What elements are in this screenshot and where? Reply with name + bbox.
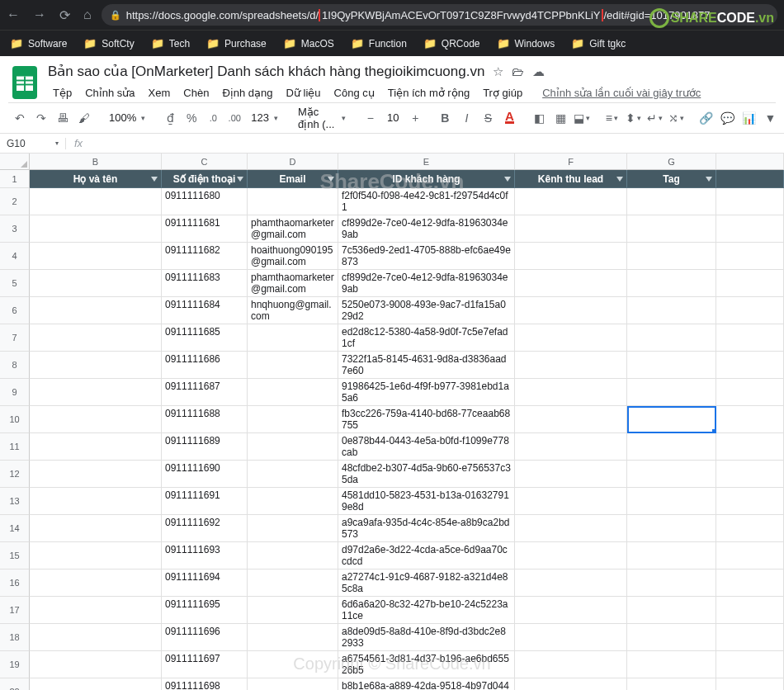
table-header-cell[interactable]	[716, 170, 784, 188]
cell-id[interactable]: 0e878b44-0443-4e5a-b0fd-f1099e778cab	[338, 433, 515, 461]
merge-button[interactable]: ⬓	[572, 107, 592, 129]
cell-tag[interactable]	[627, 678, 716, 690]
cell-channel[interactable]	[515, 188, 627, 215]
menu-item[interactable]: Dữ liệu	[281, 83, 326, 102]
cell-name[interactable]	[30, 569, 162, 597]
text-color-button[interactable]: A	[499, 107, 519, 129]
sheets-logo-icon[interactable]	[10, 63, 40, 102]
cell-phone[interactable]: 0911111681	[162, 215, 248, 243]
cell-tag[interactable]	[627, 270, 716, 297]
cell-channel[interactable]	[515, 624, 627, 651]
cell-name[interactable]	[30, 461, 162, 488]
currency-button[interactable]: ₫	[160, 107, 180, 129]
row-header[interactable]: 13	[0, 488, 30, 515]
column-header[interactable]: C	[162, 154, 248, 170]
cell-email[interactable]	[248, 379, 338, 406]
cell-name[interactable]	[30, 624, 162, 651]
row-header[interactable]: 6	[0, 297, 30, 324]
cell-id[interactable]: ed2d8c12-5380-4a58-9d0f-7c5e7efad1cf	[338, 324, 515, 352]
cell-name[interactable]	[30, 215, 162, 243]
menu-item[interactable]: Trợ giúp	[478, 83, 527, 102]
bookmark-item[interactable]: 📁Gift tgkc	[571, 37, 626, 50]
cell-id[interactable]: a6754561-3d81-4d37-b196-ae6bd65526b5	[338, 651, 515, 678]
percent-button[interactable]: %	[182, 107, 201, 129]
cell-channel[interactable]	[515, 243, 627, 270]
column-header[interactable]: D	[248, 154, 338, 170]
cell-extra[interactable]	[716, 461, 784, 488]
menu-item[interactable]: Công cụ	[329, 83, 380, 102]
row-header[interactable]: 7	[0, 324, 30, 352]
bookmark-item[interactable]: 📁MacOS	[283, 37, 334, 50]
cell-name[interactable]	[30, 243, 162, 270]
row-header[interactable]: 17	[0, 597, 30, 624]
cell-id[interactable]: a9ca9afa-935d-4c4c-854e-a8b9ca2bd573	[338, 515, 515, 542]
cell-tag[interactable]	[627, 542, 716, 569]
bold-button[interactable]: B	[435, 107, 455, 129]
row-header[interactable]: 16	[0, 569, 30, 597]
cell-name[interactable]	[30, 651, 162, 678]
doc-title[interactable]: Bản sao của [OnMarketer] Danh sách khách…	[48, 63, 484, 80]
borders-button[interactable]: ▦	[550, 107, 570, 129]
cell-email[interactable]: phamthaomarketer@gmail.com	[248, 215, 338, 243]
row-header[interactable]: 8	[0, 352, 30, 379]
cell-name[interactable]	[30, 542, 162, 569]
cell-email[interactable]: phamthaomarketer@gmail.com	[248, 270, 338, 297]
cell-email[interactable]	[248, 324, 338, 352]
row-header[interactable]: 2	[0, 188, 30, 215]
cell-tag[interactable]	[627, 324, 716, 352]
row-header[interactable]: 10	[0, 406, 30, 433]
cell-extra[interactable]	[716, 215, 784, 243]
fill-color-button[interactable]: ◧	[529, 107, 549, 129]
filter-icon[interactable]	[328, 177, 334, 182]
print-button[interactable]: 🖶	[53, 107, 73, 129]
cell-tag[interactable]	[627, 188, 716, 215]
font-size-input[interactable]: 10	[382, 111, 404, 124]
bookmark-item[interactable]: 📁Tech	[151, 37, 190, 50]
cell-tag[interactable]	[627, 597, 716, 624]
v-align-button[interactable]: ⬍	[623, 107, 643, 129]
cell-id[interactable]: 6d6a6a20-8c32-427b-be10-24c5223a11ce	[338, 597, 515, 624]
row-header[interactable]: 20	[0, 678, 30, 690]
menu-item[interactable]: Tệp	[48, 83, 77, 102]
move-icon[interactable]: 🗁	[512, 64, 524, 79]
row-header[interactable]: 15	[0, 542, 30, 569]
cell-phone[interactable]: 0911111686	[162, 352, 248, 379]
redo-button[interactable]: ↷	[31, 107, 51, 129]
undo-button[interactable]: ↶	[10, 107, 30, 129]
cell-extra[interactable]	[716, 569, 784, 597]
cell-extra[interactable]	[716, 270, 784, 297]
home-button[interactable]: ⌂	[83, 7, 92, 23]
cell-phone[interactable]: 0911111687	[162, 379, 248, 406]
back-button[interactable]: ←	[7, 7, 20, 23]
bookmark-item[interactable]: 📁Function	[351, 37, 407, 50]
cell-email[interactable]	[248, 188, 338, 215]
cell-extra[interactable]	[716, 297, 784, 324]
cell-phone[interactable]: 0911111691	[162, 488, 248, 515]
decrease-decimal-button[interactable]: .0	[203, 107, 223, 129]
reload-button[interactable]: ⟳	[59, 7, 70, 23]
row-header[interactable]: 18	[0, 624, 30, 651]
cell-id[interactable]: a27274c1-91c9-4687-9182-a321d4e85c8a	[338, 569, 515, 597]
cell-tag[interactable]	[627, 569, 716, 597]
cell-phone[interactable]: 0911111690	[162, 461, 248, 488]
cell-extra[interactable]	[716, 379, 784, 406]
cell-phone[interactable]: 0911111692	[162, 515, 248, 542]
cell-extra[interactable]	[716, 188, 784, 215]
column-header[interactable]: G	[627, 154, 716, 170]
cell-id[interactable]: 7322f1a5-8145-4631-9d8a-d3836aad7e60	[338, 352, 515, 379]
paint-format-button[interactable]: 🖌	[74, 107, 94, 129]
cell-email[interactable]: hoaithuong090195@gmail.com	[248, 243, 338, 270]
column-header[interactable]: E	[338, 154, 515, 170]
column-header[interactable]: B	[30, 154, 162, 170]
table-header-cell[interactable]: Họ và tên	[30, 170, 162, 188]
row-header[interactable]: 12	[0, 461, 30, 488]
cell-id[interactable]: a8de09d5-8a8d-410e-8f9d-d3bdc2e82933	[338, 624, 515, 651]
increase-decimal-button[interactable]: .00	[224, 107, 244, 129]
cell-name[interactable]	[30, 297, 162, 324]
rotate-button[interactable]: ⤭	[666, 107, 686, 129]
menu-item[interactable]: Chèn	[178, 83, 214, 102]
cell-phone[interactable]: 0911111680	[162, 188, 248, 215]
menu-item[interactable]: Chỉnh sửa	[80, 83, 139, 102]
star-icon[interactable]: ☆	[493, 64, 503, 79]
cell-extra[interactable]	[716, 678, 784, 690]
